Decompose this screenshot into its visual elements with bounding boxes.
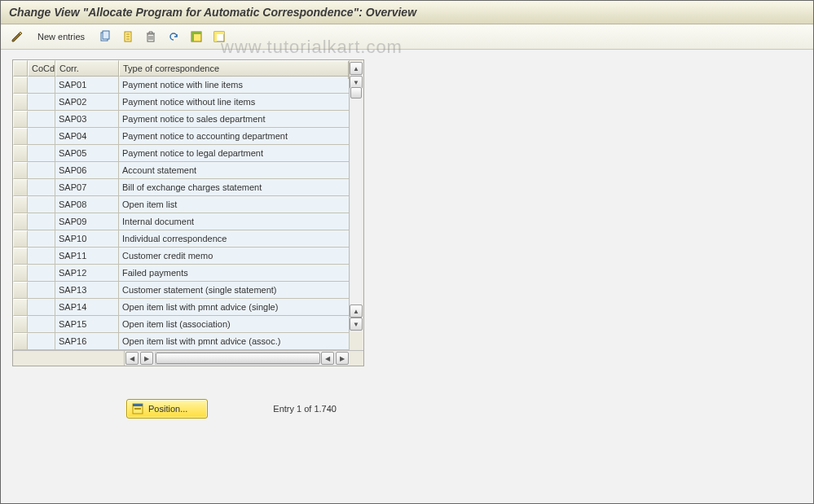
cell-corr[interactable]: SAP02 (55, 94, 119, 111)
vertical-scrollbar[interactable]: ▲ ▼ ▲ ▼ (349, 61, 363, 332)
row-selector[interactable] (13, 77, 28, 94)
cell-cocd[interactable] (28, 230, 55, 248)
table-row[interactable]: SAP11Customer credit memo (13, 248, 350, 265)
cell-type[interactable]: Customer statement (single statement) (119, 282, 350, 299)
scrollbar-thumb[interactable] (350, 87, 362, 99)
undo-icon[interactable] (164, 27, 183, 46)
row-selector[interactable] (13, 316, 28, 333)
deselect-all-icon[interactable] (209, 27, 229, 46)
table-row[interactable]: SAP01Payment notice with line items (13, 77, 350, 94)
row-selector[interactable] (13, 248, 28, 265)
cell-cocd[interactable] (28, 179, 55, 196)
row-selector[interactable] (13, 128, 28, 145)
scroll-left-step-icon[interactable]: ▶ (140, 352, 153, 365)
cell-cocd[interactable] (28, 145, 55, 162)
scroll-left-arrow-icon[interactable]: ◀ (125, 352, 139, 365)
row-selector[interactable] (13, 333, 28, 350)
select-all-icon[interactable] (187, 27, 206, 46)
table-row[interactable]: SAP05Payment notice to legal department (13, 145, 350, 162)
table-row[interactable]: SAP16Open item list with pmnt advice (as… (13, 333, 350, 350)
new-entries-button[interactable]: New entries (30, 27, 92, 46)
table-row[interactable]: SAP13Customer statement (single statemen… (13, 282, 350, 299)
table-row[interactable]: SAP06Account statement (13, 162, 350, 179)
scroll-right-arrow-icon[interactable]: ▶ (336, 352, 349, 365)
table-row[interactable]: SAP08Open item list (13, 196, 350, 213)
cell-type[interactable]: Payment notice to sales department (119, 111, 350, 128)
row-selector[interactable] (13, 179, 28, 196)
cell-corr[interactable]: SAP06 (55, 162, 119, 179)
col-header-cocd[interactable]: CoCd (28, 60, 55, 77)
cell-type[interactable]: Payment notice to legal department (119, 145, 350, 162)
cell-corr[interactable]: SAP12 (55, 265, 119, 282)
table-row[interactable]: SAP02Payment notice without line items (13, 94, 350, 111)
row-selector[interactable] (13, 196, 28, 213)
row-selector[interactable] (13, 94, 28, 111)
row-selector-header[interactable] (13, 60, 28, 77)
scroll-down-step-icon[interactable]: ▲ (350, 305, 363, 318)
cell-type[interactable]: Bill of exchange charges statement (119, 179, 350, 196)
cell-corr[interactable]: SAP10 (55, 230, 119, 248)
row-selector[interactable] (13, 162, 28, 179)
cell-cocd[interactable] (28, 213, 55, 230)
cell-cocd[interactable] (28, 282, 55, 299)
cell-cocd[interactable] (28, 162, 55, 179)
cell-cocd[interactable] (28, 265, 55, 282)
cell-corr[interactable]: SAP07 (55, 179, 119, 196)
cell-cocd[interactable] (28, 128, 55, 145)
cell-corr[interactable]: SAP08 (55, 196, 119, 213)
scroll-right-step-icon[interactable]: ◀ (321, 352, 334, 365)
table-row[interactable]: SAP07Bill of exchange charges statement (13, 179, 350, 196)
copy-icon[interactable] (118, 27, 138, 46)
table-row[interactable]: SAP09Internal document (13, 213, 350, 230)
row-selector[interactable] (13, 111, 28, 128)
cell-cocd[interactable] (28, 111, 55, 128)
cell-cocd[interactable] (28, 333, 55, 350)
scroll-up-arrow-icon[interactable]: ▲ (350, 62, 363, 75)
cell-type[interactable]: Payment notice with line items (119, 77, 350, 94)
cell-type[interactable]: Open item list with pmnt advice (assoc.) (119, 333, 350, 350)
table-row[interactable]: SAP03Payment notice to sales department (13, 111, 350, 128)
cell-cocd[interactable] (28, 316, 55, 333)
cell-corr[interactable]: SAP03 (55, 111, 119, 128)
col-header-corr[interactable]: Corr. (55, 60, 119, 77)
copy-as-icon[interactable] (95, 27, 115, 46)
table-row[interactable]: SAP15Open item list (association) (13, 316, 350, 333)
cell-corr[interactable]: SAP15 (55, 316, 119, 333)
row-selector[interactable] (13, 299, 28, 316)
row-selector[interactable] (13, 145, 28, 162)
row-selector[interactable] (13, 230, 28, 248)
cell-cocd[interactable] (28, 248, 55, 265)
toggle-display-change-icon[interactable] (7, 27, 27, 46)
table-row[interactable]: SAP12Failed payments (13, 265, 350, 282)
h-scroll-track[interactable] (155, 352, 319, 365)
scroll-down-arrow-icon[interactable]: ▼ (350, 318, 363, 331)
delete-icon[interactable] (141, 27, 161, 46)
cell-corr[interactable]: SAP13 (55, 282, 119, 299)
cell-type[interactable]: Internal document (119, 213, 350, 230)
cell-corr[interactable]: SAP01 (55, 77, 119, 94)
cell-corr[interactable]: SAP09 (55, 213, 119, 230)
row-selector[interactable] (13, 265, 28, 282)
horizontal-scrollbar[interactable]: ◀ ▶ ◀ ▶ (13, 350, 363, 366)
cell-type[interactable]: Failed payments (119, 265, 350, 282)
cell-type[interactable]: Customer credit memo (119, 248, 350, 265)
cell-cocd[interactable] (28, 94, 55, 111)
table-row[interactable]: SAP10Individual correspondence (13, 230, 350, 248)
cell-type[interactable]: Account statement (119, 162, 350, 179)
position-button[interactable]: Position... (126, 399, 208, 419)
cell-type[interactable]: Payment notice without line items (119, 94, 350, 111)
cell-type[interactable]: Open item list (119, 196, 350, 213)
scrollbar-track[interactable] (350, 87, 362, 306)
row-selector[interactable] (13, 213, 28, 230)
cell-corr[interactable]: SAP14 (55, 299, 119, 316)
cell-cocd[interactable] (28, 299, 55, 316)
cell-corr[interactable]: SAP04 (55, 128, 119, 145)
cell-type[interactable]: Payment notice to accounting department (119, 128, 350, 145)
cell-corr[interactable]: SAP11 (55, 248, 119, 265)
cell-type[interactable]: Open item list (association) (119, 316, 350, 333)
h-scroll-thumb[interactable] (156, 353, 320, 364)
cell-corr[interactable]: SAP16 (55, 333, 119, 350)
cell-cocd[interactable] (28, 196, 55, 213)
cell-corr[interactable]: SAP05 (55, 145, 119, 162)
cell-cocd[interactable] (28, 77, 55, 94)
